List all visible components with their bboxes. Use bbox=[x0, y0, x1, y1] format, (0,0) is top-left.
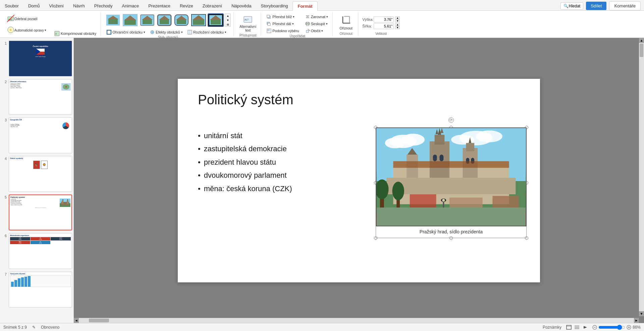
align-button[interactable]: Zarovnat ▾ bbox=[304, 13, 330, 20]
slide-image[interactable] bbox=[376, 127, 527, 226]
normal-view-button[interactable] bbox=[566, 324, 572, 330]
tab-navrh[interactable]: Návrh bbox=[68, 1, 90, 10]
tab-soubor[interactable]: Soubor bbox=[0, 1, 23, 10]
rotate-button[interactable]: Otočit ▾ bbox=[304, 27, 330, 34]
gallery-expand[interactable]: ⊞ bbox=[225, 22, 230, 26]
tab-format[interactable]: Formát bbox=[292, 1, 317, 11]
handle-bottom-right[interactable] bbox=[525, 236, 528, 240]
handle-bottom-left[interactable] bbox=[374, 236, 377, 240]
slide-preview-2[interactable]: Obecné informace • parlamentní republika… bbox=[9, 79, 72, 115]
slide-canvas[interactable]: Politický systém • unitární stát • zastu… bbox=[178, 79, 540, 282]
rotate-handle[interactable]: ⟳ bbox=[448, 117, 454, 123]
tab-prechody[interactable]: Přechody bbox=[90, 1, 117, 10]
scroll-right-button[interactable]: ► bbox=[634, 318, 639, 323]
tab-domu[interactable]: Domů bbox=[23, 1, 45, 10]
slide-thumbnail-7[interactable]: 7 Vývoj počtu obyvatel bbox=[1, 272, 72, 308]
slide-thumbnail-1[interactable]: 1 Česká republika země srdce Evropy bbox=[1, 41, 72, 76]
edit-status: Obnoveno bbox=[41, 325, 59, 330]
image-style-5[interactable] bbox=[173, 13, 190, 27]
image-style-2[interactable] bbox=[122, 13, 138, 27]
style-7-icon bbox=[208, 14, 223, 26]
auto-correct-button[interactable]: ☀ Automatické opravy ▾ bbox=[5, 25, 49, 36]
tab-prezentace[interactable]: Prezentace bbox=[144, 1, 175, 10]
zoom-in-icon[interactable] bbox=[627, 325, 631, 330]
effects-button[interactable]: Efekty obrázků ▾ bbox=[148, 29, 184, 36]
tab-zobrazeni[interactable]: Zobrazení bbox=[198, 1, 227, 10]
group-velikost-title: Velikost bbox=[375, 32, 387, 36]
group-button[interactable]: Seskupit ▾ bbox=[304, 20, 330, 27]
pie-chart-mini bbox=[61, 121, 71, 130]
slide-preview-4[interactable]: Státní symboly 🦅 🦁 bbox=[9, 156, 72, 192]
handle-bottom-middle[interactable] bbox=[449, 236, 453, 240]
bring-forward-button[interactable]: Přenést blíž ▾ bbox=[265, 13, 301, 20]
horizontal-scrollbar[interactable]: ◄ ► bbox=[74, 318, 639, 323]
scroll-up-button[interactable]: ▲ bbox=[639, 38, 644, 43]
slide-preview-6[interactable]: Mezinárodní organizace OSN(1993) RE(1993… bbox=[9, 233, 72, 269]
group-velikost: Výška: ▲ ▼ Šířka: ▲ ▼ bbox=[360, 12, 402, 36]
slide-thumbnail-3[interactable]: 3 Geografie ČR • rozloha – 78 866 km²• n… bbox=[1, 117, 72, 153]
border-button[interactable]: Ohraniční obrázku ▾ bbox=[105, 29, 147, 36]
style-gallery bbox=[105, 13, 224, 27]
comments-button[interactable]: Komentáře bbox=[609, 1, 641, 10]
tab-vlozeni[interactable]: Vložení bbox=[45, 1, 68, 10]
height-down-button[interactable]: ▼ bbox=[395, 19, 400, 22]
scroll-down-button[interactable]: ▼ bbox=[639, 311, 644, 316]
zoom-level[interactable]: 86% bbox=[633, 325, 641, 330]
notes-button[interactable]: Poznámky bbox=[543, 325, 561, 330]
slide-preview-3[interactable]: Geografie ČR • rozloha – 78 866 km²• nej… bbox=[9, 117, 72, 153]
slide-preview-7[interactable]: Vývoj počtu obyvatel bbox=[9, 272, 72, 308]
gallery-scroll-up[interactable]: ▲ bbox=[225, 14, 230, 18]
remove-background-button[interactable]: ABC Odebrat pozadí bbox=[5, 13, 49, 24]
main-area: 1 Česká republika země srdce Evropy bbox=[0, 38, 644, 323]
zoom-slider[interactable] bbox=[598, 326, 625, 329]
style-6-icon bbox=[191, 14, 206, 26]
vertical-scrollbar[interactable]: ▲ ▼ bbox=[639, 38, 644, 316]
group-dropdown: ▾ bbox=[326, 22, 328, 25]
slide-preview-1[interactable]: Česká republika země srdce Evropy bbox=[9, 41, 72, 76]
width-up-button[interactable]: ▲ bbox=[395, 23, 400, 26]
slide-num-7: 7 bbox=[1, 272, 7, 276]
outline-view-button[interactable] bbox=[574, 324, 580, 330]
image-style-7[interactable] bbox=[208, 13, 224, 27]
gallery-scroll-down[interactable]: ▼ bbox=[225, 18, 230, 22]
scroll-left-button[interactable]: ◄ bbox=[74, 318, 79, 323]
selection-pane-button[interactable]: Podokno výběru bbox=[265, 27, 301, 34]
slideshow-view-button[interactable] bbox=[582, 324, 588, 330]
slide-preview-5[interactable]: Politický systém • unitární stát• zastup… bbox=[9, 195, 72, 231]
slide-thumbnail-4[interactable]: 4 Státní symboly 🦅 🦁 bbox=[1, 156, 72, 192]
svg-point-102 bbox=[392, 181, 404, 200]
width-down-button[interactable]: ▼ bbox=[395, 26, 400, 29]
tab-revize[interactable]: Revize bbox=[175, 1, 198, 10]
share-button[interactable]: Sdílet bbox=[586, 2, 606, 10]
tab-storyboarding[interactable]: Storyboarding bbox=[256, 1, 293, 10]
slide-thumbnail-2[interactable]: 2 Obecné informace • parlamentní republi… bbox=[1, 79, 72, 115]
svg-point-105 bbox=[442, 199, 445, 202]
layout-button[interactable]: Rozložení obrázku ▾ bbox=[186, 29, 228, 36]
image-style-4[interactable] bbox=[156, 13, 172, 27]
width-input[interactable] bbox=[374, 23, 394, 29]
image-style-3[interactable] bbox=[139, 13, 155, 27]
alt-text-button[interactable]: ALT Alternativní text bbox=[238, 13, 258, 34]
slide-thumbnail-6[interactable]: 6 Mezinárodní organizace OSN(1993) RE(19… bbox=[1, 233, 72, 269]
slide-bullet-3: • prezident hlavou státu bbox=[198, 156, 292, 169]
crop-button[interactable]: Oříznout bbox=[337, 14, 355, 32]
tab-animace[interactable]: Animace bbox=[117, 1, 144, 10]
h-scroll-thumb[interactable] bbox=[89, 319, 109, 322]
zoom-out-icon[interactable] bbox=[592, 325, 597, 330]
slide-image-container[interactable]: ⟳ bbox=[376, 127, 527, 238]
tab-napoveda[interactable]: Nápověda bbox=[227, 1, 256, 10]
image-style-6[interactable] bbox=[191, 13, 207, 27]
image-style-1[interactable] bbox=[105, 13, 121, 27]
height-input[interactable] bbox=[374, 16, 394, 22]
height-up-button[interactable]: ▲ bbox=[395, 16, 400, 19]
compress-button[interactable]: ⊙ Komprimovat obrázky bbox=[53, 30, 98, 37]
bullet-text-3: prezident hlavou státu bbox=[204, 156, 276, 169]
search-box[interactable]: 🔍 Hledat bbox=[560, 2, 583, 10]
scroll-thumb[interactable] bbox=[640, 44, 643, 57]
bullet-text-2: zastupitelská demokracie bbox=[204, 142, 287, 156]
group-styly-content: ▲ ▼ ⊞ Ohraniční obrázku ▾ Efekty obrázků bbox=[105, 12, 231, 36]
send-back-button[interactable]: Přenést dál ▾ bbox=[265, 20, 301, 27]
group-velikost-content: Výška: ▲ ▼ Šířka: ▲ ▼ bbox=[362, 12, 400, 32]
border-dropdown: ▾ bbox=[144, 31, 145, 34]
slide-thumbnail-5[interactable]: 5 Politický systém • unitární stát• zast… bbox=[1, 195, 72, 231]
